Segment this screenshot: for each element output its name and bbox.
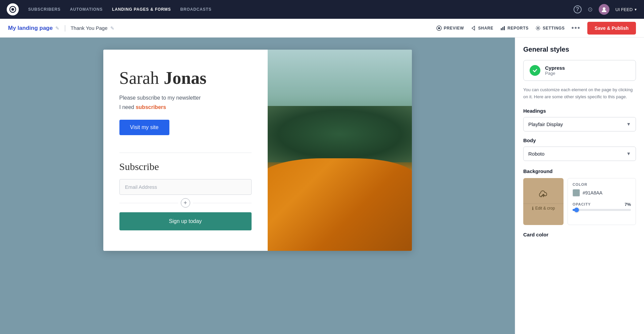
secondary-nav: My landing page ✎ | Thank You Page ✎ PRE… xyxy=(0,19,644,38)
avatar[interactable] xyxy=(599,4,609,15)
background-section: Background ℹ Edit & crop COLOR xyxy=(523,168,636,225)
background-row: ℹ Edit & crop COLOR #91A8AA OPACITY 7% xyxy=(523,178,636,225)
headings-label: Headings xyxy=(523,108,636,114)
bg-color-panel: COLOR #91A8AA OPACITY 7% xyxy=(568,178,636,225)
right-panel: General styles Cypress Page You can cust… xyxy=(515,38,644,334)
edit-crop-row[interactable]: ℹ Edit & crop xyxy=(523,204,564,213)
color-label: COLOR xyxy=(573,182,631,186)
opacity-slider-thumb[interactable] xyxy=(574,208,579,212)
headings-font-select-wrap: Playfair Display ▼ xyxy=(523,117,636,131)
topnav-link-automations[interactable]: AUTOMATIONS xyxy=(70,7,103,12)
upload-cloud-icon xyxy=(539,190,548,200)
headings-section: Headings Playfair Display ▼ xyxy=(523,108,636,131)
svg-point-8 xyxy=(537,27,539,29)
svg-point-1 xyxy=(11,8,14,11)
edit-tab-icon[interactable]: ✎ xyxy=(110,25,114,31)
secondary-nav-actions: PREVIEW SHARE REPORTS SETTINGS ••• Save … xyxy=(436,22,636,35)
subscribe-title: Subscribe xyxy=(119,161,252,172)
page-tab[interactable]: Thank You Page xyxy=(70,25,107,31)
page-left: Sarah Jonas Please subscribe to my newsl… xyxy=(103,50,268,251)
topnav-link-subscribers[interactable]: SUBSCRIBERS xyxy=(28,7,61,12)
topnav-link-landing-pages[interactable]: LANDING PAGES & FORMS xyxy=(112,7,171,12)
main-layout: Sarah Jonas Please subscribe to my newsl… xyxy=(0,38,644,334)
email-input[interactable]: Email Address xyxy=(119,179,252,195)
preview-button[interactable]: PREVIEW xyxy=(436,25,464,31)
subscribe-section: Subscribe Email Address + Sign up today xyxy=(119,153,252,230)
background-label: Background xyxy=(523,168,636,174)
body-font-select[interactable]: Roboto xyxy=(524,147,636,161)
opacity-label-row: OPACITY 7% xyxy=(573,202,631,207)
topnav-link-broadcasts[interactable]: BROADCASTS xyxy=(180,7,211,12)
topnav-links: SUBSCRIBERS AUTOMATIONS LANDING PAGES & … xyxy=(28,7,564,12)
nav-separator: | xyxy=(64,24,66,32)
topnav-right: ? ⊙ UI FEED ▼ xyxy=(574,4,637,15)
heading-bold: Jonas xyxy=(164,68,206,88)
opacity-value: 7% xyxy=(625,202,631,207)
edit-crop-label: Edit & crop xyxy=(535,206,555,211)
cypress-sub: Page xyxy=(545,71,565,76)
card-color-section: Card color xyxy=(523,232,636,237)
notification-icon[interactable]: ⊙ xyxy=(588,6,593,13)
edit-page-title-icon[interactable]: ✎ xyxy=(55,25,59,31)
page-subtitle: Please subscribe to my newsletter xyxy=(119,95,252,101)
top-nav: SUBSCRIBERS AUTOMATIONS LANDING PAGES & … xyxy=(0,0,644,19)
color-hex: #91A8AA xyxy=(583,190,602,196)
bg-upload-box[interactable]: ℹ Edit & crop xyxy=(523,178,564,225)
need-highlight: subscribers xyxy=(136,104,166,110)
svg-rect-7 xyxy=(504,26,505,30)
logo[interactable] xyxy=(7,3,19,15)
cypress-info: Cypress Page xyxy=(545,65,565,76)
svg-point-4 xyxy=(438,27,440,29)
opacity-row: OPACITY 7% xyxy=(573,202,631,211)
canvas-area: Sarah Jonas Please subscribe to my newsl… xyxy=(0,38,515,334)
page-heading: Sarah Jonas xyxy=(119,68,252,88)
cypress-card[interactable]: Cypress Page xyxy=(523,60,636,81)
more-options-button[interactable]: ••• xyxy=(572,24,581,32)
body-section: Body Roboto ▼ xyxy=(523,137,636,161)
body-font-select-wrap: Roboto ▼ xyxy=(523,147,636,161)
page-right-photo xyxy=(268,50,412,251)
settings-button[interactable]: SETTINGS xyxy=(535,25,565,31)
info-icon: ℹ xyxy=(532,206,534,211)
add-field-row: + xyxy=(119,198,252,208)
page-title[interactable]: My landing page xyxy=(8,25,53,32)
add-field-button[interactable]: + xyxy=(181,198,190,208)
page-card: Sarah Jonas Please subscribe to my newsl… xyxy=(103,50,412,251)
share-button[interactable]: SHARE xyxy=(471,25,493,31)
card-color-label: Card color xyxy=(523,232,636,237)
body-label: Body xyxy=(523,137,636,143)
heading-light: Sarah xyxy=(119,68,159,88)
user-label[interactable]: UI FEED ▼ xyxy=(615,7,637,12)
opacity-slider-track xyxy=(573,209,631,211)
save-publish-button[interactable]: Save & Publish xyxy=(587,22,636,35)
reports-button[interactable]: REPORTS xyxy=(500,25,529,31)
opacity-label: OPACITY xyxy=(573,202,591,206)
cypress-name: Cypress xyxy=(545,65,565,71)
color-row: #91A8AA xyxy=(573,189,631,197)
page-need: I need subscribers xyxy=(119,104,252,110)
visit-site-button[interactable]: Visit my site xyxy=(119,120,169,135)
panel-description: You can customize each element on the pa… xyxy=(523,86,636,101)
svg-point-2 xyxy=(603,7,605,10)
panel-title: General styles xyxy=(523,46,636,53)
svg-rect-6 xyxy=(502,27,503,30)
signup-button[interactable]: Sign up today xyxy=(119,212,252,230)
help-icon[interactable]: ? xyxy=(574,5,582,13)
svg-rect-5 xyxy=(501,28,502,30)
cypress-check-icon xyxy=(530,65,540,76)
headings-font-select[interactable]: Playfair Display xyxy=(524,117,636,131)
color-swatch[interactable] xyxy=(573,189,580,197)
